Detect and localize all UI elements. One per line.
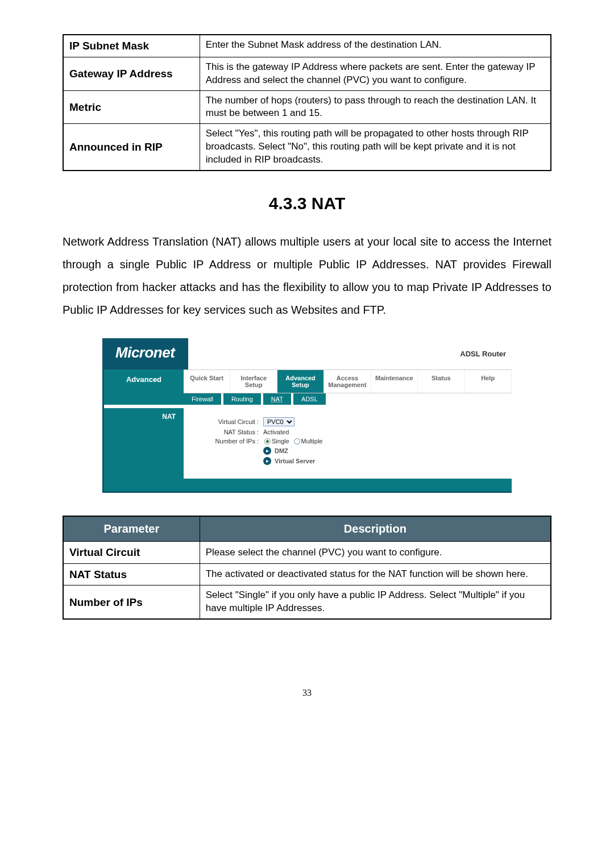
row-desc: The activated or deactivated status for … bbox=[200, 563, 551, 585]
micronet-logo: Micronet bbox=[104, 338, 188, 369]
tab-firewall[interactable]: Firewall bbox=[184, 393, 221, 405]
row-desc: Select "Single" if you only have a publi… bbox=[200, 585, 551, 619]
top-menu: Quick Start Interface Setup Advanced Set… bbox=[184, 369, 512, 393]
table-row: Announced in RIP Select "Yes", this rout… bbox=[63, 124, 551, 171]
side-panel: NAT bbox=[104, 408, 184, 479]
menu-quick-start[interactable]: Quick Start bbox=[184, 370, 230, 393]
tab-routing[interactable]: Routing bbox=[223, 393, 261, 405]
virtual-circuit-label: Virtual Circuit : bbox=[195, 418, 263, 425]
side-nat-label: NAT bbox=[104, 408, 184, 425]
row-label: Gateway IP Address bbox=[63, 57, 200, 90]
nat-form: Virtual Circuit : PVC0 NAT Status : Acti… bbox=[184, 408, 512, 479]
table-row: Number of IPs Select "Single" if you onl… bbox=[63, 585, 551, 619]
virtual-circuit-select[interactable]: PVC0 bbox=[263, 417, 294, 426]
nat-status-value: Activated bbox=[263, 429, 289, 435]
section-heading: 4.3.3 NAT bbox=[63, 194, 551, 213]
adsl-router-label: ADSL Router bbox=[460, 350, 512, 358]
menu-help[interactable]: Help bbox=[465, 370, 512, 393]
radio-multiple[interactable] bbox=[294, 438, 300, 445]
table-row: IP Subnet Mask Enter the Subnet Mask add… bbox=[63, 35, 551, 57]
router-screenshot: Micronet ADSL Router Advanced Quick Star… bbox=[63, 338, 551, 493]
menu-interface-setup[interactable]: Interface Setup bbox=[230, 370, 277, 393]
row-desc: Enter the Subnet Mask address of the des… bbox=[200, 35, 551, 57]
table-row: Gateway IP Address This is the gateway I… bbox=[63, 57, 551, 90]
dmz-link[interactable]: DMZ bbox=[275, 447, 288, 454]
row-label: Metric bbox=[63, 90, 200, 124]
row-label: NAT Status bbox=[63, 563, 200, 585]
number-of-ips-label: Number of IPs : bbox=[195, 438, 263, 445]
section-paragraph: Network Address Translation (NAT) allows… bbox=[63, 230, 551, 321]
row-label: IP Subnet Mask bbox=[63, 35, 200, 57]
row-label: Announced in RIP bbox=[63, 124, 200, 171]
nat-status-label: NAT Status : bbox=[195, 429, 263, 435]
table-header-parameter: Parameter bbox=[63, 516, 200, 542]
menu-status[interactable]: Status bbox=[418, 370, 464, 393]
sidebar-advanced[interactable]: Advanced bbox=[104, 369, 184, 405]
menu-advanced-setup[interactable]: Advanced Setup bbox=[277, 370, 324, 393]
radio-single-label: Single bbox=[272, 438, 289, 445]
table-row: Metric The number of hops (routers) to p… bbox=[63, 90, 551, 124]
nat-params-table: Parameter Description Virtual Circuit Pl… bbox=[63, 516, 551, 620]
row-label: Virtual Circuit bbox=[63, 542, 200, 564]
row-desc: Select "Yes", this routing path will be … bbox=[200, 124, 551, 171]
arrow-icon: ▸ bbox=[263, 447, 271, 455]
row-label: Number of IPs bbox=[63, 585, 200, 619]
menu-maintenance[interactable]: Maintenance bbox=[371, 370, 418, 393]
row-desc: This is the gateway IP Address where pac… bbox=[200, 57, 551, 90]
tab-adsl[interactable]: ADSL bbox=[293, 393, 326, 405]
row-desc: The number of hops (routers) to pass thr… bbox=[200, 90, 551, 124]
page-number: 33 bbox=[63, 688, 551, 698]
table-header-description: Description bbox=[200, 516, 551, 542]
radio-multiple-label: Multiple bbox=[301, 438, 323, 445]
radio-single[interactable] bbox=[264, 438, 271, 445]
footer-bar bbox=[104, 479, 512, 491]
arrow-icon: ▸ bbox=[263, 457, 271, 465]
menu-access-management[interactable]: Access Management bbox=[324, 370, 371, 393]
row-desc: Please select the channel (PVC) you want… bbox=[200, 542, 551, 564]
table-row: NAT Status The activated or deactivated … bbox=[63, 563, 551, 585]
tab-nat[interactable]: NAT bbox=[263, 393, 291, 405]
table-row: Virtual Circuit Please select the channe… bbox=[63, 542, 551, 564]
virtual-server-link[interactable]: Virtual Server bbox=[275, 458, 315, 464]
routing-params-table: IP Subnet Mask Enter the Subnet Mask add… bbox=[63, 34, 551, 171]
